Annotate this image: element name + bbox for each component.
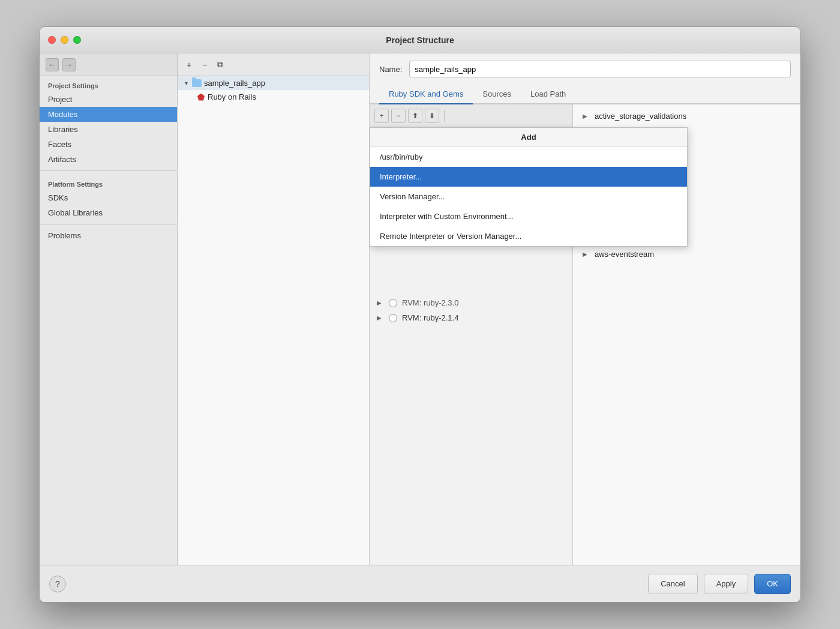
back-icon: ← [49,61,56,69]
sdk-radio-0[interactable] [389,299,397,307]
move-up-icon: ⬆ [412,112,418,120]
gem-name-10: aws-eventstream [595,250,654,259]
forward-icon: → [65,61,73,69]
plus-icon: + [379,112,383,120]
folder-icon [192,79,202,87]
remove-icon: − [202,60,207,70]
move-down-icon: ⬇ [429,112,435,120]
sdk-label-1: RVM: ruby-2.1.4 [402,313,458,322]
content-area: + − ⬆ ⬇ 🗂 [370,104,800,565]
sidebar-item-project[interactable]: Project [40,92,177,107]
ruby-icon [197,93,205,101]
content-add-button[interactable]: + [374,109,389,123]
content-remove-button[interactable]: − [391,109,406,123]
dropdown-item-remote-interpreter[interactable]: Remote Interpreter or Version Manager... [370,226,687,246]
chevron-down-icon: ▾ [182,80,190,86]
question-mark-icon: ? [55,579,60,589]
platform-settings-header: Platform Settings [40,175,177,190]
gem-row-10: ▶ aws-eventstream [573,247,800,261]
close-window-button[interactable] [48,36,56,44]
dropdown-item-usr-bin-ruby[interactable]: /usr/bin/ruby [370,147,687,167]
dropdown-item-interpreter[interactable]: Interpreter... [370,167,687,187]
tab-load-path[interactable]: Load Path [521,85,575,104]
tree-root-label: sample_rails_app [204,79,265,88]
gem-name-0: active_storage_validations [595,112,686,121]
name-row: Name: [370,53,800,85]
gem-chevron-10: ▶ [583,251,590,257]
apply-button[interactable]: Apply [704,574,749,594]
copy-icon: ⧉ [217,59,223,70]
sidebar-item-libraries[interactable]: Libraries [40,122,177,137]
maximize-window-button[interactable] [73,36,81,44]
tree-item-ruby-on-rails[interactable]: Ruby on Rails [178,90,369,104]
sidebar-divider-2 [40,224,177,224]
gem-row-0: ▶ active_storage_validations [573,109,800,123]
gem-chevron-0: ▶ [583,113,590,119]
content-move-down-button[interactable]: ⬇ [425,109,439,123]
dropdown-item-custom-env[interactable]: Interpreter with Custom Environment... [370,206,687,226]
sidebar-item-global-libraries[interactable]: Global Libraries [40,205,177,220]
window-title: Project Structure [386,35,454,45]
sdk-list-area: ▶ RVM: ruby-2.3.0 ▶ RVM: ruby-2.1.4 [370,290,572,330]
sdk-row-0: ▶ RVM: ruby-2.3.0 [377,295,565,310]
copy-module-button[interactable]: ⧉ [214,58,227,71]
name-label: Name: [379,65,402,74]
tab-sources[interactable]: Sources [473,85,521,104]
sidebar-item-modules[interactable]: Modules [40,107,177,122]
sidebar-item-sdks[interactable]: SDKs [40,190,177,205]
add-dropdown: Add /usr/bin/ruby Interpreter... Version… [370,127,688,247]
add-icon: + [187,60,191,70]
cancel-button[interactable]: Cancel [648,574,697,594]
sidebar: ← → Project Settings Project Modules Lib… [40,53,178,565]
help-button[interactable]: ? [49,576,66,592]
sidebar-item-artifacts[interactable]: Artifacts [40,152,177,167]
sdk-chevron-0: ▶ [377,299,384,306]
ok-button[interactable]: OK [754,574,791,594]
module-tree-panel: + − ⧉ ▾ sample_rails_app Ruby on Rails [178,53,370,565]
traffic-lights [48,36,81,44]
dropdown-item-version-manager[interactable]: Version Manager... [370,187,687,206]
minus-icon: − [396,112,400,120]
sidebar-divider [40,170,177,171]
module-tree-toolbar: + − ⧉ [178,53,369,76]
sdk-row-1: ▶ RVM: ruby-2.1.4 [377,310,565,325]
tab-ruby-sdk[interactable]: Ruby SDK and Gems [379,85,473,104]
tree-child-label: Ruby on Rails [208,92,256,101]
forward-button[interactable]: → [62,58,76,71]
add-module-button[interactable]: + [182,58,196,71]
project-settings-header: Project Settings [40,76,177,92]
toolbar-separator [444,110,445,122]
minimize-window-button[interactable] [61,36,68,44]
bottom-bar: ? Cancel Apply OK [40,565,800,602]
dropdown-header: Add [370,128,687,147]
remove-module-button[interactable]: − [198,58,211,71]
back-button[interactable]: ← [46,58,59,71]
title-bar: Project Structure [40,27,800,53]
sdk-chevron-1: ▶ [377,314,384,321]
sidebar-item-problems[interactable]: Problems [40,228,177,243]
module-name-input[interactable] [409,61,791,77]
tree-item-root[interactable]: ▾ sample_rails_app [178,76,369,90]
sdk-label-0: RVM: ruby-2.3.0 [402,298,458,307]
content-move-up-button[interactable]: ⬆ [408,109,422,123]
sdk-radio-1[interactable] [389,314,397,322]
right-panel: Name: Ruby SDK and Gems Sources Load Pat… [370,53,800,565]
sidebar-item-facets[interactable]: Facets [40,137,177,152]
project-structure-dialog: Project Structure ← → Project Settings P… [39,26,801,603]
main-content: ← → Project Settings Project Modules Lib… [40,53,800,565]
tabs-bar: Ruby SDK and Gems Sources Load Path [370,85,800,104]
sidebar-nav-bar: ← → [40,53,177,76]
